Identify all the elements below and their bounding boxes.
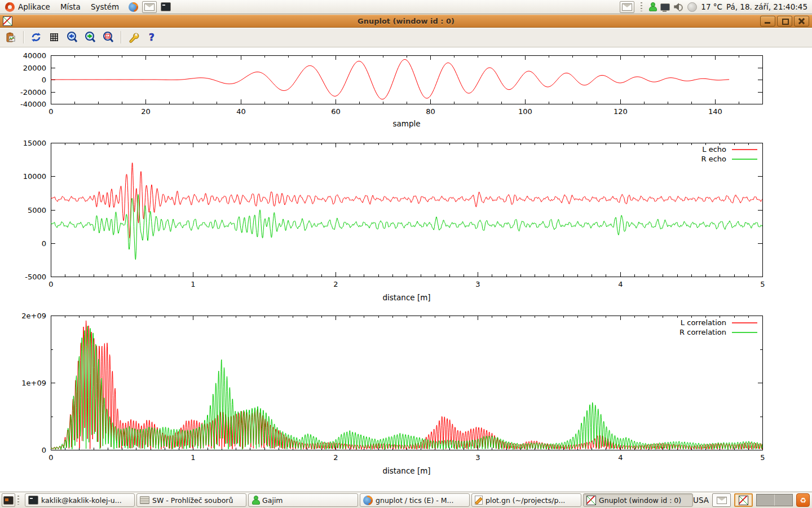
editor-icon bbox=[475, 496, 483, 505]
svg-text:15000: 15000 bbox=[23, 139, 46, 147]
task-label: kaklik@kaklik-kolej-u... bbox=[41, 496, 122, 505]
keyboard-layout-indicator[interactable]: USA bbox=[693, 496, 709, 505]
desktop: Aplikace Místa Systém 17 °C Pá, 18. září… bbox=[0, 0, 812, 508]
show-desktop-button[interactable] bbox=[2, 493, 15, 507]
applications-menu[interactable]: Aplikace bbox=[0, 0, 55, 14]
toolbar-separator bbox=[121, 31, 121, 43]
mail-launcher[interactable] bbox=[142, 1, 157, 13]
maximize-button[interactable] bbox=[777, 16, 792, 27]
workspace-2[interactable] bbox=[774, 494, 792, 506]
task-label: plot.gn (~/projects/p... bbox=[486, 496, 565, 505]
files-icon bbox=[140, 496, 149, 504]
window-list-handle[interactable] bbox=[17, 496, 19, 505]
plot-toolbar: ? bbox=[0, 28, 812, 47]
titlebar[interactable]: Gnuplot (window id : 0) bbox=[0, 15, 812, 28]
svg-text:L echo: L echo bbox=[702, 145, 726, 154]
svg-text:3: 3 bbox=[475, 453, 480, 462]
svg-text:R echo: R echo bbox=[701, 155, 726, 163]
close-button[interactable] bbox=[794, 16, 809, 27]
minimize-icon bbox=[765, 22, 770, 24]
svg-text:2: 2 bbox=[333, 453, 338, 462]
show-desktop-icon bbox=[3, 496, 14, 505]
mail-tray-button[interactable] bbox=[620, 1, 634, 13]
plot-panel-correlation[interactable]: 0123452e+091e+090distance [m]L correlati… bbox=[21, 312, 765, 475]
workspace-switcher bbox=[756, 494, 793, 506]
svg-text:0: 0 bbox=[42, 76, 46, 84]
workspace-1[interactable] bbox=[757, 494, 774, 506]
trash-applet[interactable]: ♻ bbox=[796, 493, 810, 507]
task-button[interactable]: SW - Prohlížeč souborů bbox=[136, 493, 246, 507]
temperature-label[interactable]: 17 °C bbox=[701, 2, 722, 11]
window-title: Gnuplot (window id : 0) bbox=[0, 17, 812, 25]
applications-menu-label: Aplikace bbox=[18, 2, 50, 11]
svg-text:20000: 20000 bbox=[23, 64, 46, 72]
svg-text:80: 80 bbox=[426, 107, 435, 116]
svg-text:60: 60 bbox=[331, 107, 341, 116]
toggle-grid-button[interactable] bbox=[47, 30, 61, 45]
plot-panel-sample-waveform[interactable]: 02040608010012014040000200000-20000-4000… bbox=[20, 51, 763, 128]
svg-text:140: 140 bbox=[708, 107, 722, 116]
firefox-launcher-icon[interactable] bbox=[129, 2, 138, 12]
clock[interactable]: Pá, 18. září, 21:40:45 bbox=[726, 2, 807, 11]
svg-text:1e+09: 1e+09 bbox=[21, 379, 46, 387]
places-menu-label: Místa bbox=[60, 2, 81, 11]
replot-icon bbox=[30, 32, 42, 43]
svg-text:-20000: -20000 bbox=[20, 88, 46, 97]
gnuplot-window-icon bbox=[3, 16, 12, 26]
gnuplot-tray-button[interactable] bbox=[734, 493, 753, 507]
svg-text:-5000: -5000 bbox=[25, 273, 46, 281]
copy-to-clipboard-button[interactable] bbox=[3, 30, 18, 45]
taskbar-right: USA ♻ bbox=[693, 493, 812, 507]
task-label: Gnuplot (window id : 0) bbox=[599, 496, 681, 505]
plot-canvas[interactable]: 02040608010012014040000200000-20000-4000… bbox=[0, 47, 812, 492]
settings-button[interactable] bbox=[126, 30, 141, 45]
svg-text:0: 0 bbox=[42, 446, 46, 454]
replot-button[interactable] bbox=[29, 30, 43, 45]
zoom-region-button[interactable] bbox=[101, 30, 116, 45]
task-button[interactable]: kaklik@kaklik-kolej-u... bbox=[25, 493, 135, 507]
svg-text:5: 5 bbox=[760, 280, 765, 288]
task-list: kaklik@kaklik-kolej-u...SW - Prohlížeč s… bbox=[25, 493, 693, 507]
bottom-panel: kaklik@kaklik-kolej-u...SW - Prohlížeč s… bbox=[0, 492, 812, 508]
svg-text:5: 5 bbox=[760, 453, 765, 462]
task-button[interactable]: Gnuplot (window id : 0) bbox=[583, 493, 693, 507]
mail-icon bbox=[144, 3, 155, 11]
mail-notification-button[interactable] bbox=[712, 493, 731, 507]
task-label: SW - Prohlížeč souborů bbox=[152, 496, 233, 505]
svg-text:20: 20 bbox=[141, 107, 151, 116]
places-menu[interactable]: Místa bbox=[55, 0, 86, 14]
svg-text:0: 0 bbox=[48, 280, 53, 288]
top-panel: Aplikace Místa Systém 17 °C Pá, 18. září… bbox=[0, 0, 812, 14]
task-button[interactable]: plot.gn (~/projects/p... bbox=[471, 493, 581, 507]
task-button[interactable]: gnuplot / tics (E) - M... bbox=[360, 493, 470, 507]
zoom-region-icon bbox=[102, 31, 114, 43]
previous-zoom-button[interactable] bbox=[65, 30, 80, 45]
svg-text:2e+09: 2e+09 bbox=[21, 312, 46, 320]
plots-svg[interactable]: 02040608010012014040000200000-20000-4000… bbox=[0, 47, 812, 493]
toolbar-separator bbox=[23, 31, 24, 43]
plot-panel-echo[interactable]: 012345150001000050000-5000distance [m]L … bbox=[23, 139, 765, 302]
svg-text:10000: 10000 bbox=[23, 172, 46, 181]
window-controls bbox=[760, 16, 809, 27]
gajim-status-icon[interactable] bbox=[648, 2, 656, 11]
system-menu[interactable]: Systém bbox=[86, 0, 124, 14]
display-tray-icon[interactable] bbox=[660, 3, 670, 11]
svg-text:-40000: -40000 bbox=[20, 100, 46, 108]
volume-icon[interactable] bbox=[674, 3, 683, 11]
ubuntu-logo-icon bbox=[5, 2, 15, 12]
svg-text:5000: 5000 bbox=[28, 206, 46, 214]
weather-icon[interactable] bbox=[687, 2, 697, 12]
svg-text:sample: sample bbox=[392, 119, 420, 128]
help-button[interactable]: ? bbox=[144, 30, 159, 45]
terminal-launcher-icon[interactable] bbox=[161, 2, 171, 11]
svg-text:0: 0 bbox=[48, 107, 53, 116]
tray-handle[interactable] bbox=[641, 2, 642, 11]
mail-tray-icon bbox=[622, 3, 632, 11]
task-label: gnuplot / tics (E) - M... bbox=[376, 496, 453, 505]
system-tray: 17 °C Pá, 18. září, 21:40:45 bbox=[620, 1, 812, 13]
next-zoom-button[interactable] bbox=[83, 30, 98, 45]
settings-wrench-icon bbox=[127, 31, 140, 43]
previous-zoom-icon bbox=[66, 31, 78, 43]
task-button[interactable]: Gajim bbox=[248, 493, 358, 507]
minimize-button[interactable] bbox=[760, 16, 775, 27]
